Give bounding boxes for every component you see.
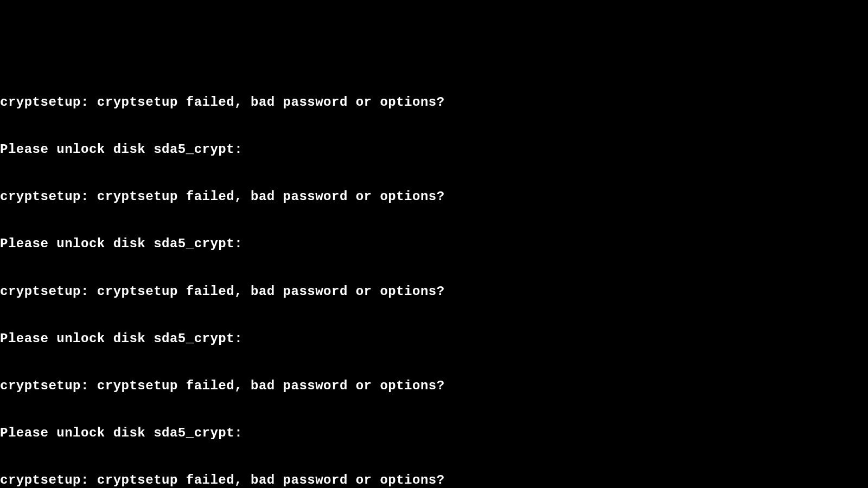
terminal-line: cryptsetup: cryptsetup failed, bad passw… [0,94,868,110]
terminal-line: cryptsetup: cryptsetup failed, bad passw… [0,284,868,299]
terminal-line: cryptsetup: cryptsetup failed, bad passw… [0,189,868,204]
terminal-line: Please unlock disk sda5_crypt: [0,331,868,346]
terminal-line: cryptsetup: cryptsetup failed, bad passw… [0,378,868,394]
terminal-output: cryptsetup: cryptsetup failed, bad passw… [0,63,868,488]
terminal-line: cryptsetup: cryptsetup failed, bad passw… [0,472,868,488]
terminal-line: Please unlock disk sda5_crypt: [0,142,868,157]
terminal-line: Please unlock disk sda5_crypt: [0,425,868,441]
terminal-line: Please unlock disk sda5_crypt: [0,236,868,252]
